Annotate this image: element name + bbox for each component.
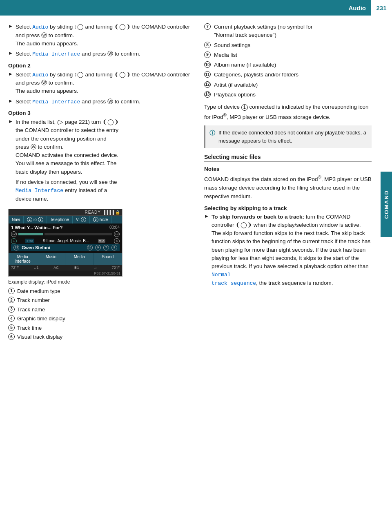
right-num-12: 12 — [204, 81, 211, 88]
bullet-item-3: ► Select Audio by sliding ↕◯ and turning… — [8, 71, 196, 96]
screen-status-bar: 72°F ♫1 AC ✱1 ♫ 72°F — [9, 265, 122, 270]
right-text-8: Sound settings — [214, 41, 250, 49]
skip-arrow-icon: ► — [204, 213, 209, 288]
left-column: ► Select Audio by sliding ↕◯ and turning… — [8, 23, 196, 342]
right-num-10: 10 — [204, 61, 211, 68]
notes-text: COMAND displays the data stored on the i… — [204, 174, 372, 201]
info-box-text: If the device connected does not contain… — [218, 129, 368, 145]
caption-num-6: 6 — [8, 333, 15, 340]
screen-caption: Example display: iPod mode — [8, 279, 196, 285]
side-tab-label: COMAND — [383, 190, 390, 219]
screen-artist-row: 13 Gwen Stefani 11 9 7 8 — [11, 244, 120, 251]
status-music-1: ♫1 — [34, 266, 39, 270]
caption-text-3: Track name — [17, 306, 45, 314]
progress-bg — [45, 233, 112, 235]
bullet-text-2: Select Media Interface and press ⓦ to co… — [16, 50, 140, 58]
screen-ipod-label: iPod — [25, 239, 34, 243]
info-box: ⓘ If the device connected does not conta… — [204, 125, 372, 148]
main-content: ► Select Audio by sliding ↕◯ and turning… — [0, 16, 392, 342]
right-text-7: Current playback settings (no symbol for… — [214, 23, 313, 40]
info-icon: ⓘ — [209, 129, 215, 145]
screen-nav-5: 5 hicle — [90, 216, 112, 224]
status-ac: AC — [53, 266, 59, 270]
bullet-block-3: ► In the media list, (▷ page 221) turn ❨… — [8, 118, 196, 203]
arrow-icon-2: ► — [8, 50, 13, 58]
caption-item-2: 2 Track number — [8, 296, 196, 304]
screen-nav-tabs: Navi 2 io 3 Telephone Vi 4 5 hicle — [9, 216, 122, 224]
screen-nav-vi: Vi 4 — [73, 216, 90, 224]
screen-signal-bars: ▐▐▐▐ 🔒 — [102, 210, 120, 215]
header-title: Audio — [0, 4, 371, 11]
right-column: 7 Current playback settings (no symbol f… — [204, 23, 384, 342]
option2-heading: Option 2 — [8, 63, 196, 69]
screen-badge-7: 7 — [103, 245, 109, 250]
skip-heading: Selecting by skipping to a track — [204, 205, 372, 211]
skip-mono: Normaltrack sequence — [212, 272, 256, 286]
right-item-11: 11 Categories, playlists and/or folders — [204, 71, 372, 79]
nav-hicle-label: hicle — [100, 217, 108, 222]
nav-badge-5: 5 — [93, 217, 98, 222]
right-num-7: 7 — [204, 23, 211, 30]
screen-nav-navi: Navi — [9, 216, 24, 224]
right-num-9: 9 — [204, 51, 211, 58]
nav-badge-2: 2 — [27, 217, 32, 222]
caption-item-5: 5 Track time — [8, 324, 196, 332]
bullet-item-2: ► Select Media Interface and press ⓦ to … — [8, 50, 196, 58]
caption-num-3: 3 — [8, 306, 15, 313]
right-text-9: Media list — [214, 51, 237, 59]
screen-badge-1: 1 — [11, 238, 17, 244]
progress-fill — [18, 233, 43, 235]
screen-badge-12: 12 — [11, 231, 17, 237]
arrow-icon-1: ► — [8, 23, 13, 48]
device-type-num: 1 — [241, 104, 248, 111]
screen-tab-sound: Sound — [94, 253, 122, 265]
screen-top-bar: READY ▐▐▐▐ 🔒 — [9, 209, 122, 216]
skip-bullet-text: To skip forwards or back to a track: tur… — [212, 213, 372, 288]
screen-nav-telephone: Telephone — [47, 216, 73, 224]
nav-badge-4: 4 — [81, 217, 86, 222]
page-number: 231 — [371, 0, 392, 16]
caption-list: 1 Date medium type 2 Track number 3 Trac… — [8, 287, 196, 341]
status-temp-right: 72°F — [112, 266, 120, 270]
device-type-para: Type of device 1 connected is indicated … — [204, 103, 372, 121]
screen-nav-2: 2 io 3 — [24, 216, 47, 224]
selecting-music-heading: Selecting music files — [204, 154, 372, 162]
caption-num-5: 5 — [8, 324, 15, 331]
header-bar: Audio 231 — [0, 0, 392, 16]
screen-tab-music: Music — [37, 253, 66, 265]
caption-item-1: 1 Date medium type — [8, 287, 196, 295]
screen-badge-8: 8 — [111, 245, 117, 250]
screen-image-ref: P82.87-3150-31 — [9, 270, 122, 276]
side-tab: COMAND — [381, 172, 392, 237]
right-text-13: Playback options — [214, 91, 256, 99]
bullet-text-1: Select Audio by sliding ↕◯ and turning ❨… — [16, 23, 196, 48]
screen-badge-9: 9 — [95, 245, 101, 250]
screen-track-title-row: 1 What Y... Waitin... For? 00:04 — [11, 225, 120, 230]
screen-badge-6: 6 — [114, 238, 120, 244]
nav-navi-label: Navi — [12, 217, 20, 222]
screen-badge-10: 10 — [114, 231, 120, 237]
screen-track-time: 00:04 — [109, 225, 120, 230]
bullet-item-5: ► In the media list, (▷ page 221) turn ❨… — [8, 118, 196, 176]
screen-track-info-row: 1 iPod 9 Love. Angel. Music. B... MIX 6 — [11, 238, 120, 244]
caption-item-4: 4 Graphic time display — [8, 315, 196, 323]
right-text-11: Categories, playlists and/or folders — [214, 71, 298, 79]
right-num-11: 11 — [204, 71, 211, 78]
right-num-13: 13 — [204, 91, 211, 98]
skip-bullet: ► To skip forwards or back to a track: t… — [204, 213, 372, 288]
option3-heading: Option 3 — [8, 110, 196, 116]
bullet-item-6: If no device is connected, you will see … — [8, 178, 196, 203]
screen-badge-11: 11 — [87, 245, 93, 250]
mono-media-1: Media Interface — [32, 51, 80, 57]
status-temp-left: 72°F — [11, 266, 19, 270]
caption-text-6: Visual track display — [17, 333, 62, 341]
right-item-9: 9 Media list — [204, 51, 372, 59]
mono-media-3: Media Interface — [16, 188, 63, 194]
screen-tab-media: Media — [65, 253, 94, 265]
caption-text-4: Graphic time display — [17, 315, 65, 323]
caption-item-3: 3 Track name — [8, 306, 196, 314]
nav-vi-label: Vi — [76, 217, 80, 222]
screen-tab-media-interface: Media Interface — [9, 253, 37, 265]
nav-io-label: io — [33, 217, 37, 222]
arrow-icon-3: ► — [8, 71, 13, 96]
